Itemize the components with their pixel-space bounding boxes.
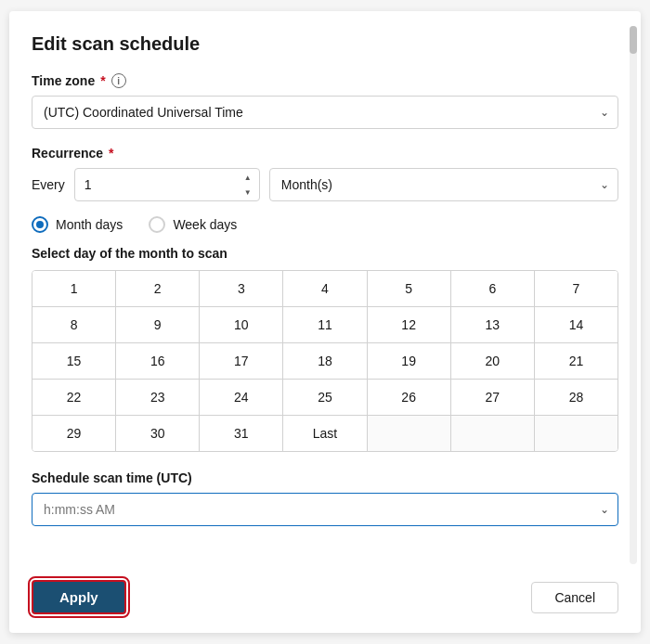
timezone-required: *	[100, 73, 105, 88]
cancel-button[interactable]: Cancel	[531, 582, 618, 613]
week-days-radio-item[interactable]: Week days	[149, 216, 237, 233]
month-days-radio-dot	[36, 221, 44, 228]
cal-cell-1[interactable]: 1	[32, 271, 116, 306]
timezone-select[interactable]: (UTC) Coordinated Universal Time	[32, 96, 618, 129]
cal-row-2: 8 9 10 11 12 13 14	[32, 307, 618, 343]
cal-cell-13[interactable]: 13	[451, 307, 535, 342]
cal-cell-8[interactable]: 8	[32, 307, 116, 342]
cal-cell-15[interactable]: 15	[32, 343, 116, 379]
recurrence-required: *	[109, 146, 113, 161]
every-input[interactable]	[74, 168, 260, 201]
edit-scan-schedule-panel: Edit scan schedule Time zone * i (UTC) C…	[9, 11, 641, 633]
month-days-radio-circle	[32, 216, 48, 233]
cal-cell-14[interactable]: 14	[535, 307, 618, 342]
timezone-info-icon[interactable]: i	[111, 73, 126, 88]
cal-row-1: 1 2 3 4 5 6 7	[32, 271, 618, 307]
every-label: Every	[32, 177, 65, 192]
scrollbar[interactable]	[630, 26, 637, 564]
cal-cell-empty-3	[535, 416, 618, 451]
week-days-label: Week days	[173, 217, 237, 232]
cal-cell-18[interactable]: 18	[283, 343, 367, 379]
spinbox-up-arrow[interactable]: ▲	[238, 170, 258, 185]
schedule-time-section: Schedule scan time (UTC) ⌄	[32, 470, 618, 526]
day-type-radio-group: Month days Week days	[32, 216, 618, 233]
cal-cell-24[interactable]: 24	[200, 380, 283, 415]
apply-button[interactable]: Apply	[32, 580, 126, 614]
cal-cell-empty-2	[451, 416, 535, 451]
cal-cell-16[interactable]: 16	[116, 343, 200, 379]
calendar-grid: 1 2 3 4 5 6 7 8 9 10 11 12 13 14 15 16 1…	[32, 270, 618, 452]
cal-cell-30[interactable]: 30	[116, 416, 200, 451]
page-title: Edit scan schedule	[32, 33, 618, 55]
timezone-select-wrapper: (UTC) Coordinated Universal Time ⌄	[32, 96, 618, 129]
cal-cell-31[interactable]: 31	[200, 416, 283, 451]
cal-cell-4[interactable]: 4	[283, 271, 367, 306]
month-days-radio-item[interactable]: Month days	[32, 216, 123, 233]
cal-cell-last[interactable]: Last	[283, 416, 367, 451]
recurrence-row: Every ▲ ▼ Month(s) Day(s) Week(s) Year(s…	[32, 168, 618, 201]
spinbox-down-arrow[interactable]: ▼	[238, 185, 258, 200]
cal-cell-11[interactable]: 11	[283, 307, 367, 342]
cal-cell-22[interactable]: 22	[32, 380, 116, 415]
cal-cell-26[interactable]: 26	[368, 380, 451, 415]
cal-cell-empty-1	[368, 416, 451, 451]
cal-cell-21[interactable]: 21	[535, 343, 618, 379]
recurrence-period-wrapper: Month(s) Day(s) Week(s) Year(s) ⌄	[269, 168, 618, 201]
cal-row-4: 22 23 24 25 26 27 28	[32, 380, 618, 416]
cal-cell-25[interactable]: 25	[283, 380, 367, 415]
scrollbar-thumb	[630, 26, 637, 54]
cal-cell-6[interactable]: 6	[451, 271, 535, 306]
cal-cell-27[interactable]: 27	[451, 380, 535, 415]
cal-cell-29[interactable]: 29	[32, 416, 116, 451]
cal-cell-2[interactable]: 2	[116, 271, 200, 306]
cal-cell-23[interactable]: 23	[116, 380, 200, 415]
timezone-label: Time zone * i	[32, 73, 618, 88]
spinbox-arrows: ▲ ▼	[238, 170, 258, 200]
time-input[interactable]	[32, 493, 618, 526]
time-input-wrapper: ⌄	[32, 493, 618, 526]
week-days-radio-circle	[149, 216, 165, 233]
cal-row-5: 29 30 31 Last	[32, 416, 618, 451]
recurrence-label: Recurrence *	[32, 146, 618, 161]
cal-cell-10[interactable]: 10	[200, 307, 283, 342]
cal-cell-20[interactable]: 20	[451, 343, 535, 379]
cal-cell-3[interactable]: 3	[200, 271, 283, 306]
every-spinbox-wrapper: ▲ ▼	[74, 168, 260, 201]
cal-cell-28[interactable]: 28	[535, 380, 618, 415]
schedule-time-label: Schedule scan time (UTC)	[32, 470, 618, 485]
cal-cell-9[interactable]: 9	[116, 307, 200, 342]
cal-cell-17[interactable]: 17	[200, 343, 283, 379]
cal-cell-12[interactable]: 12	[368, 307, 451, 342]
month-days-label: Month days	[56, 217, 123, 232]
cal-cell-7[interactable]: 7	[535, 271, 618, 306]
recurrence-period-select[interactable]: Month(s) Day(s) Week(s) Year(s)	[269, 168, 618, 201]
calendar-section-label: Select day of the month to scan	[32, 246, 618, 261]
footer: Apply Cancel	[32, 565, 618, 633]
cal-row-3: 15 16 17 18 19 20 21	[32, 343, 618, 380]
cal-cell-5[interactable]: 5	[368, 271, 451, 306]
cal-cell-19[interactable]: 19	[368, 343, 451, 379]
